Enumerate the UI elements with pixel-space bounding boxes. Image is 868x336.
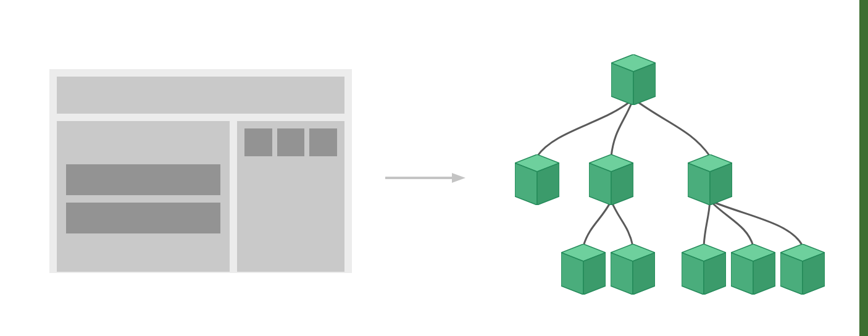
tree-node (688, 154, 732, 205)
tree-node (780, 244, 825, 295)
wireframe-thumbnail (244, 128, 272, 156)
transform-arrow-icon (385, 172, 465, 184)
wireframe-layout (49, 69, 352, 273)
tree-node (515, 154, 559, 205)
tree-node (611, 244, 655, 295)
tree-node (561, 244, 606, 295)
tree-node-root (611, 54, 656, 105)
wireframe-content-row (66, 203, 220, 233)
svg-marker-1 (452, 173, 465, 183)
tree-node (589, 154, 633, 205)
wireframe-thumbnail (277, 128, 305, 156)
tree-node (682, 244, 726, 295)
wireframe-main-block (57, 121, 230, 272)
tree-node (731, 244, 775, 295)
wireframe-header-block (57, 77, 344, 114)
wireframe-sidebar-block (237, 121, 344, 272)
wireframe-content-row (66, 164, 220, 195)
component-tree (482, 37, 827, 303)
accent-border (859, 0, 868, 336)
wireframe-thumbnail (309, 128, 337, 156)
